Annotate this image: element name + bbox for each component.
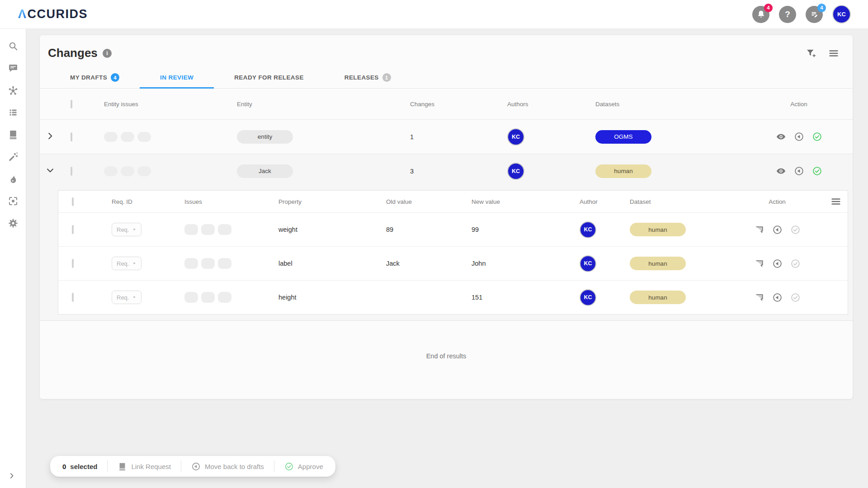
question-icon: ? bbox=[785, 9, 790, 19]
divider bbox=[107, 460, 108, 472]
book-icon bbox=[118, 462, 127, 471]
tab-releases[interactable]: RELEASES 1 bbox=[324, 66, 411, 88]
expand-row-button[interactable] bbox=[45, 135, 55, 142]
row-checkbox[interactable] bbox=[72, 259, 74, 268]
author-avatar: KC bbox=[507, 163, 524, 180]
gear-icon bbox=[8, 218, 19, 229]
move-back-button[interactable] bbox=[772, 258, 783, 269]
subtable-select-all-checkbox[interactable] bbox=[72, 197, 74, 206]
collapse-row-button[interactable] bbox=[45, 169, 55, 177]
changes-subtable: Req. ID Issues Property Old value New va… bbox=[58, 190, 848, 314]
changes-count: 1 bbox=[403, 133, 500, 141]
entity-chip[interactable]: Jack bbox=[237, 164, 293, 178]
tab-in-review[interactable]: IN REVIEW bbox=[140, 66, 214, 88]
notifications-badge: 4 bbox=[764, 4, 773, 12]
bell-icon bbox=[756, 9, 766, 19]
row-checkbox[interactable] bbox=[72, 225, 74, 234]
dataset-chip[interactable]: human bbox=[595, 164, 651, 178]
approve-button[interactable] bbox=[812, 131, 822, 142]
sidebar-item-search[interactable] bbox=[8, 41, 19, 52]
magic-wand-icon bbox=[8, 151, 19, 162]
tab-my-drafts[interactable]: MY DRAFTS 4 bbox=[50, 66, 140, 88]
chat-icon bbox=[8, 63, 19, 74]
graph-hub-icon bbox=[8, 85, 19, 96]
revert-icon bbox=[772, 258, 783, 269]
sidebar-item-focus[interactable] bbox=[8, 196, 19, 206]
issue-placeholders bbox=[97, 166, 230, 176]
property-value: weight bbox=[271, 226, 379, 233]
row-checkbox[interactable] bbox=[72, 293, 74, 302]
sidebar-item-lists[interactable] bbox=[8, 107, 19, 118]
check-circle-icon bbox=[284, 462, 294, 471]
approve-button-disabled[interactable] bbox=[790, 258, 801, 269]
move-back-button[interactable] bbox=[772, 292, 783, 303]
table-row: Jack 3 KC human bbox=[40, 154, 853, 188]
divider bbox=[274, 460, 274, 472]
revert-icon bbox=[794, 131, 804, 142]
approve-button[interactable]: Approve bbox=[284, 462, 323, 471]
col-new-value: New value bbox=[464, 198, 572, 205]
req-id-dropdown[interactable]: Req. bbox=[112, 257, 142, 270]
check-circle-icon bbox=[790, 292, 801, 303]
subtable-row: Req. height 151 KC human bbox=[58, 280, 848, 314]
dataset-chip[interactable]: human bbox=[630, 257, 686, 270]
entity-chip[interactable]: entity bbox=[237, 130, 293, 144]
info-icon[interactable]: i bbox=[103, 49, 112, 58]
brand-logo[interactable]: ΛCCURIDS bbox=[18, 7, 88, 21]
tab-ready-for-release[interactable]: READY FOR RELEASE bbox=[214, 66, 324, 88]
comment-button[interactable] bbox=[754, 292, 764, 303]
req-id-dropdown[interactable]: Req. bbox=[112, 223, 142, 236]
selection-count: 0 selected bbox=[62, 463, 97, 470]
sidebar bbox=[0, 29, 26, 488]
hamburger-icon bbox=[830, 196, 841, 207]
req-id-dropdown[interactable]: Req. bbox=[112, 291, 142, 304]
dataset-chip[interactable]: OGMS bbox=[595, 130, 651, 144]
comment-button[interactable] bbox=[754, 258, 764, 269]
tabs: MY DRAFTS 4 IN REVIEW READY FOR RELEASE … bbox=[40, 66, 853, 89]
col-entity-issues: Entity issues bbox=[97, 101, 230, 108]
sidebar-item-graph[interactable] bbox=[8, 85, 19, 96]
dataset-chip[interactable]: human bbox=[630, 223, 686, 236]
row-checkbox[interactable] bbox=[71, 167, 72, 176]
move-back-button[interactable] bbox=[794, 166, 804, 176]
eye-icon bbox=[776, 166, 786, 176]
comment-button[interactable] bbox=[754, 225, 764, 235]
sidebar-item-comments[interactable] bbox=[8, 63, 19, 74]
move-back-button[interactable] bbox=[794, 131, 804, 142]
list-icon bbox=[8, 107, 19, 118]
col-old-value: Old value bbox=[379, 198, 464, 205]
view-button[interactable] bbox=[776, 131, 786, 142]
approve-button-disabled[interactable] bbox=[790, 225, 801, 235]
approve-button-disabled[interactable] bbox=[790, 292, 801, 303]
requests-button[interactable]: 4 bbox=[806, 6, 823, 23]
table-menu-icon[interactable] bbox=[828, 48, 839, 59]
link-request-button[interactable]: Link Request bbox=[118, 462, 171, 471]
move-back-to-drafts-button[interactable]: Move back to drafts bbox=[191, 462, 264, 471]
revert-icon bbox=[191, 462, 201, 471]
sidebar-expand-button[interactable] bbox=[8, 472, 19, 483]
approve-button[interactable] bbox=[812, 166, 822, 176]
user-avatar-menu[interactable]: KC bbox=[832, 5, 851, 23]
my-drafts-badge: 4 bbox=[111, 73, 119, 82]
changes-card: Changes i MY DRAFTS 4 IN REVIEW READY FO… bbox=[40, 35, 853, 399]
col-entity: Entity bbox=[230, 101, 403, 108]
sidebar-item-activity[interactable] bbox=[8, 174, 19, 184]
sidebar-item-datasets[interactable] bbox=[8, 129, 19, 140]
divider bbox=[181, 460, 181, 472]
issue-placeholders bbox=[177, 224, 271, 235]
add-filter-icon[interactable] bbox=[806, 48, 816, 59]
select-all-checkbox[interactable] bbox=[71, 100, 72, 108]
releases-badge: 1 bbox=[382, 73, 391, 82]
sidebar-item-wizard[interactable] bbox=[8, 151, 19, 162]
help-button[interactable]: ? bbox=[779, 6, 796, 23]
sidebar-item-settings[interactable] bbox=[8, 218, 19, 229]
move-back-button[interactable] bbox=[772, 225, 783, 235]
view-button[interactable] bbox=[776, 166, 786, 176]
row-checkbox[interactable] bbox=[71, 132, 72, 141]
edit-list-icon bbox=[810, 9, 819, 19]
expanded-section: Jack 3 KC human Req. ID Issues Property … bbox=[40, 154, 853, 321]
notifications-button[interactable]: 4 bbox=[752, 6, 769, 23]
subtable-menu-icon[interactable] bbox=[830, 196, 841, 207]
new-value: John bbox=[464, 260, 572, 267]
dataset-chip[interactable]: human bbox=[630, 291, 686, 304]
